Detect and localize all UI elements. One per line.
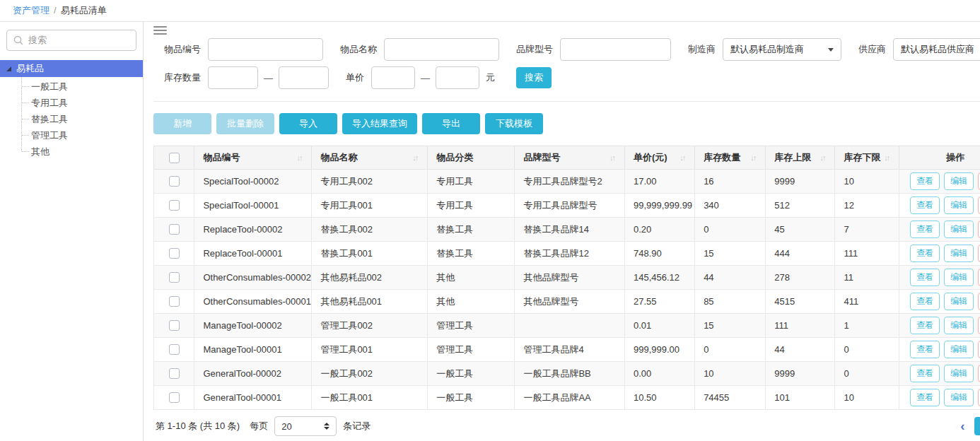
breadcrumb-link-asset-management[interactable]: 资产管理	[13, 5, 49, 16]
cell-stock: 0	[695, 218, 766, 242]
tree-node-others[interactable]: 其他	[0, 143, 143, 160]
view-button[interactable]: 查看	[910, 245, 940, 262]
sort-icon[interactable]: ↓↑	[296, 153, 303, 162]
row-checkbox[interactable]	[169, 248, 180, 259]
prev-page-button[interactable]: ‹	[960, 417, 964, 435]
cell-code: OtherConsumables-00002	[194, 266, 312, 290]
column-header-name[interactable]: 物品名称↓↑	[312, 146, 428, 170]
select-all-checkbox[interactable]	[169, 153, 180, 163]
search-button[interactable]: 搜索	[516, 67, 552, 88]
sidebar-toggle-icon[interactable]	[153, 26, 167, 35]
cell-code: ManageTool-00001	[194, 338, 312, 362]
row-checkbox[interactable]	[169, 368, 180, 379]
manufacturer-select[interactable]: 默认易耗品制造商	[723, 38, 841, 61]
sort-icon[interactable]: ↓↑	[609, 153, 616, 162]
manufacturer-label: 制造商	[688, 43, 716, 56]
cell-model: 替换工具品牌14	[515, 218, 625, 242]
edit-button[interactable]: 编辑	[944, 293, 974, 310]
column-header-lower[interactable]: 库存下限↓↑	[835, 146, 899, 170]
view-button[interactable]: 查看	[910, 293, 940, 310]
row-checkbox[interactable]	[169, 176, 180, 187]
triangle-expanded-icon[interactable]	[6, 66, 11, 71]
view-button[interactable]: 查看	[910, 317, 940, 334]
main-panel: 物品编号 物品名称 品牌型号 制造商 默认易耗品制造商	[144, 22, 980, 441]
row-checkbox[interactable]	[169, 392, 180, 403]
cell-model: 其他品牌型号	[515, 290, 625, 314]
column-header-upper[interactable]: 库存上限↓↑	[766, 146, 835, 170]
tree-node-manage-tools[interactable]: 管理工具	[0, 127, 143, 143]
unit-price-max-input[interactable]	[436, 66, 479, 89]
edit-button[interactable]: 编辑	[944, 389, 974, 406]
brand-model-input[interactable]	[560, 38, 671, 61]
range-dash: —	[421, 73, 430, 83]
supplier-select[interactable]: 默认易耗品供应商	[893, 38, 980, 61]
unit-price-min-input[interactable]	[371, 66, 415, 89]
view-button[interactable]: 查看	[910, 269, 940, 286]
stock-qty-min-input[interactable]	[208, 66, 258, 89]
item-code-input[interactable]	[208, 38, 323, 61]
checkbox-cell	[154, 338, 194, 362]
tree-node-consumables-root[interactable]: 易耗品	[0, 60, 143, 77]
stock-qty-max-input[interactable]	[279, 66, 329, 89]
tree-search-input[interactable]: 搜索	[6, 30, 136, 51]
column-header-price[interactable]: 单价(元)↓↑	[624, 146, 694, 170]
column-header-code[interactable]: 物品编号↓↑	[194, 146, 312, 170]
cell-price: 0.01	[624, 314, 694, 338]
actions-cell: 查看编辑删除	[899, 218, 980, 242]
export-button[interactable]: 导出	[422, 113, 480, 134]
row-checkbox[interactable]	[169, 344, 180, 355]
cell-name: 替换工具002	[312, 218, 428, 242]
tree-node-general-tools[interactable]: 一般工具	[0, 78, 143, 95]
add-button[interactable]: 新增	[153, 113, 211, 134]
edit-button[interactable]: 编辑	[944, 245, 974, 262]
item-name-label: 物品名称	[340, 43, 377, 56]
row-checkbox[interactable]	[169, 200, 180, 211]
view-button[interactable]: 查看	[910, 389, 940, 406]
tree-node-special-tools[interactable]: 专用工具	[0, 95, 143, 111]
edit-button[interactable]: 编辑	[944, 341, 974, 358]
cell-price: 999,999.00	[624, 338, 694, 362]
edit-button[interactable]: 编辑	[944, 317, 974, 334]
item-name-input[interactable]	[384, 38, 499, 61]
edit-button[interactable]: 编辑	[944, 172, 974, 190]
row-checkbox[interactable]	[169, 320, 180, 331]
view-button[interactable]: 查看	[910, 220, 940, 238]
row-checkbox[interactable]	[169, 296, 180, 307]
import-button[interactable]: 导入	[279, 113, 337, 134]
sort-icon[interactable]: ↓↑	[679, 153, 686, 162]
row-checkbox[interactable]	[169, 272, 180, 283]
sort-icon[interactable]: ↓↑	[412, 153, 419, 162]
cell-category: 一般工具	[428, 386, 515, 410]
item-code-label: 物品编号	[164, 43, 201, 56]
actions-cell: 查看编辑删除	[899, 362, 980, 386]
cell-upper: 101	[766, 386, 835, 410]
view-button[interactable]: 查看	[910, 341, 940, 358]
view-button[interactable]: 查看	[910, 172, 940, 190]
column-header-actions: 操作	[899, 146, 980, 170]
page-1-button[interactable]: 1	[974, 417, 980, 435]
batch-delete-button[interactable]: 批量删除	[216, 113, 274, 134]
cell-stock: 16	[695, 170, 766, 194]
cell-model: 专用工具品牌型号2	[515, 170, 625, 194]
edit-button[interactable]: 编辑	[944, 269, 974, 286]
view-button[interactable]: 查看	[910, 365, 940, 382]
view-button[interactable]: 查看	[910, 196, 940, 214]
column-header-stock[interactable]: 库存数量↓↑	[695, 146, 766, 170]
sort-icon[interactable]: ↓↑	[819, 153, 826, 162]
sort-icon[interactable]: ↓↑	[750, 153, 757, 162]
cell-category: 管理工具	[428, 314, 515, 338]
sort-icon[interactable]: ↓↑	[884, 153, 890, 162]
table-row: SpecialTool-00002专用工具002专用工具专用工具品牌型号217.…	[154, 170, 980, 194]
edit-button[interactable]: 编辑	[944, 220, 974, 238]
tree-node-replace-tools[interactable]: 替换工具	[0, 111, 143, 127]
edit-button[interactable]: 编辑	[944, 365, 974, 382]
actions-cell: 查看编辑删除	[899, 266, 980, 290]
cell-lower: 1	[835, 314, 899, 338]
edit-button[interactable]: 编辑	[944, 196, 974, 214]
import-result-query-button[interactable]: 导入结果查询	[342, 113, 417, 134]
download-template-button[interactable]: 下载模板	[485, 113, 543, 134]
cell-model: 专用工具品牌型号	[515, 194, 625, 218]
page-size-select[interactable]: 20	[274, 416, 337, 436]
column-header-model[interactable]: 品牌型号↓↑	[515, 146, 625, 170]
row-checkbox[interactable]	[169, 224, 180, 235]
